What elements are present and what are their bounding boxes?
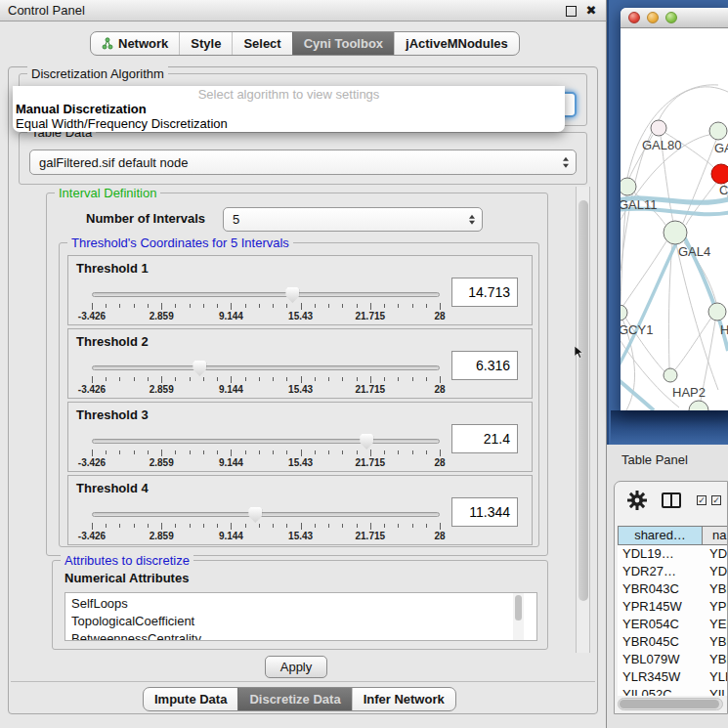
tab-select[interactable]: Select bbox=[232, 32, 291, 55]
column-header-name[interactable]: na bbox=[703, 526, 728, 545]
network-view-window[interactable]: GAL80GACGAL11GAL4GCY1HHAP2 bbox=[621, 8, 728, 410]
threshold-value-field[interactable]: 21.4 bbox=[451, 424, 518, 453]
threshold-value-field[interactable]: 14.713 bbox=[451, 278, 518, 307]
algorithm-dropdown-popup: Select algorithm to view settings Manual… bbox=[13, 86, 565, 132]
table-row[interactable]: YLR345WYLR3 bbox=[618, 668, 728, 686]
tick-mark bbox=[148, 304, 149, 308]
algorithm-placeholder-item[interactable]: Select algorithm to view settings bbox=[13, 87, 565, 102]
gear-icon[interactable] bbox=[626, 490, 648, 511]
tick-label: 21.715 bbox=[356, 457, 386, 468]
tick-label: 9.144 bbox=[219, 457, 243, 468]
apply-button[interactable]: Apply bbox=[265, 656, 327, 678]
list-item[interactable]: BetweennessCentrality bbox=[71, 630, 536, 641]
tick-mark bbox=[273, 304, 274, 308]
cell-name: YBR0 bbox=[703, 633, 728, 651]
threshold-label: Threshold 4 bbox=[76, 481, 149, 495]
table-row[interactable]: YBL079WYBL0 bbox=[618, 651, 728, 668]
slider-track[interactable] bbox=[92, 512, 440, 517]
algorithm-item-manual-discretization[interactable]: Manual Discretization bbox=[13, 102, 565, 116]
close-icon[interactable]: ✖ bbox=[582, 0, 600, 21]
tab-impute-data[interactable]: Impute Data bbox=[144, 688, 237, 710]
network-node[interactable] bbox=[709, 122, 727, 140]
table-row[interactable]: YDL19…YDL1 bbox=[618, 545, 728, 563]
threshold-label: Threshold 3 bbox=[76, 407, 149, 422]
tick-mark bbox=[370, 376, 371, 383]
threshold-slider[interactable]: -3.4262.8599.14415.4321.71528 bbox=[92, 432, 440, 469]
table-row[interactable]: YDR27…YDR2 bbox=[618, 563, 728, 580]
attributes-list-scrollbar[interactable] bbox=[513, 593, 524, 640]
float-window-icon[interactable] bbox=[566, 6, 577, 17]
table-row[interactable]: YBR045CYBR0 bbox=[618, 633, 728, 651]
slider-track[interactable] bbox=[92, 365, 440, 370]
tick-mark bbox=[398, 450, 399, 454]
table-horizontal-scrollbar[interactable] bbox=[618, 698, 723, 710]
network-node[interactable] bbox=[651, 120, 666, 136]
network-window-titlebar[interactable] bbox=[621, 8, 728, 28]
tick-mark bbox=[106, 304, 107, 308]
tab-label: Cyni Toolbox bbox=[304, 36, 383, 51]
tick-mark bbox=[384, 304, 385, 308]
close-traffic-light-icon[interactable] bbox=[628, 12, 640, 23]
number-of-intervals-spinner[interactable]: 5 bbox=[223, 207, 483, 232]
tick-mark bbox=[106, 450, 107, 454]
tab-infer-network[interactable]: Infer Network bbox=[352, 688, 455, 710]
tab-network[interactable]: Network bbox=[91, 32, 179, 55]
tab-discretize-data[interactable]: Discretize Data bbox=[237, 688, 351, 710]
column-header-shared-name[interactable]: shared… bbox=[618, 526, 703, 545]
tick-mark bbox=[217, 524, 218, 528]
table-row[interactable]: YBR043CYBR0 bbox=[618, 580, 728, 598]
threshold-slider[interactable]: -3.4262.8599.14415.4321.71528 bbox=[92, 285, 440, 322]
table-row[interactable]: YPR145WYPR1 bbox=[618, 598, 728, 616]
table-row[interactable]: YIL052CYIL0 bbox=[618, 686, 728, 696]
tick-mark bbox=[412, 377, 413, 381]
network-node[interactable] bbox=[664, 368, 677, 382]
tick-mark bbox=[342, 304, 343, 308]
network-node[interactable] bbox=[689, 401, 708, 410]
threshold-value-field[interactable]: 11.344 bbox=[451, 497, 518, 527]
cell-name: YBL0 bbox=[703, 651, 728, 668]
checkbox-icon[interactable]: ✓ bbox=[697, 495, 707, 505]
tick-mark bbox=[161, 303, 162, 310]
threshold-value-field[interactable]: 6.316 bbox=[451, 351, 518, 380]
zoom-traffic-light-icon[interactable] bbox=[665, 12, 677, 23]
slider-track[interactable] bbox=[92, 292, 440, 297]
network-node[interactable] bbox=[711, 164, 728, 184]
table-data-combo[interactable]: galFiltered.sif default node bbox=[29, 150, 577, 175]
numerical-attributes-list[interactable]: SelfLoopsTopologicalCoefficientBetweenne… bbox=[64, 592, 537, 641]
tab-cyni-toolbox[interactable]: Cyni Toolbox bbox=[292, 32, 394, 55]
top-tab-strip: NetworkStyleSelectCyni ToolboxjActiveMNo… bbox=[90, 31, 520, 56]
desktop-background: GAL80GACGAL11GAL4GCY1HHAP2 bbox=[607, 0, 728, 445]
tick-mark bbox=[175, 304, 176, 308]
threshold-section: Threshold 2-3.4262.8599.14415.4321.71528… bbox=[67, 328, 533, 399]
threshold-slider[interactable]: -3.4262.8599.14415.4321.71528 bbox=[92, 505, 440, 542]
network-node[interactable] bbox=[664, 221, 687, 244]
table-row[interactable]: YER054CYER0 bbox=[618, 616, 728, 633]
tick-mark bbox=[203, 377, 204, 381]
tick-label: 21.715 bbox=[356, 311, 386, 321]
tick-mark bbox=[106, 377, 107, 381]
minimize-traffic-light-icon[interactable] bbox=[647, 12, 659, 23]
cell-name: YLR3 bbox=[703, 668, 728, 686]
list-item[interactable]: TopologicalCoefficient bbox=[71, 613, 536, 630]
slider-track[interactable] bbox=[92, 439, 440, 444]
settings-vertical-scrollbar[interactable] bbox=[576, 187, 590, 653]
algorithm-item-equal-width-frequency[interactable]: Equal Width/Frequency Discretization bbox=[13, 116, 565, 131]
tick-label: 2.859 bbox=[150, 311, 174, 321]
thresholds-group: Threshold's Coordinates for 5 Intervals … bbox=[59, 242, 539, 547]
tick-mark bbox=[273, 450, 274, 454]
threshold-slider[interactable]: -3.4262.8599.14415.4321.71528 bbox=[92, 359, 440, 396]
tick-mark bbox=[440, 523, 441, 530]
slider-ruler bbox=[92, 301, 440, 309]
network-canvas[interactable]: GAL80GACGAL11GAL4GCY1HHAP2 bbox=[621, 28, 728, 410]
tab-style[interactable]: Style bbox=[179, 32, 232, 55]
split-columns-icon[interactable] bbox=[662, 492, 681, 508]
cell-shared-name: YIL052C bbox=[618, 686, 703, 696]
network-node[interactable] bbox=[708, 303, 726, 321]
network-node[interactable] bbox=[621, 178, 636, 195]
list-item[interactable]: SelfLoops bbox=[71, 595, 536, 613]
tick-mark bbox=[217, 450, 218, 454]
tick-mark bbox=[161, 376, 162, 383]
checkbox-icon[interactable]: ✓ bbox=[711, 495, 721, 505]
tab-jactivemnodules[interactable]: jActiveMNodules bbox=[394, 32, 519, 55]
tick-mark bbox=[231, 376, 232, 383]
